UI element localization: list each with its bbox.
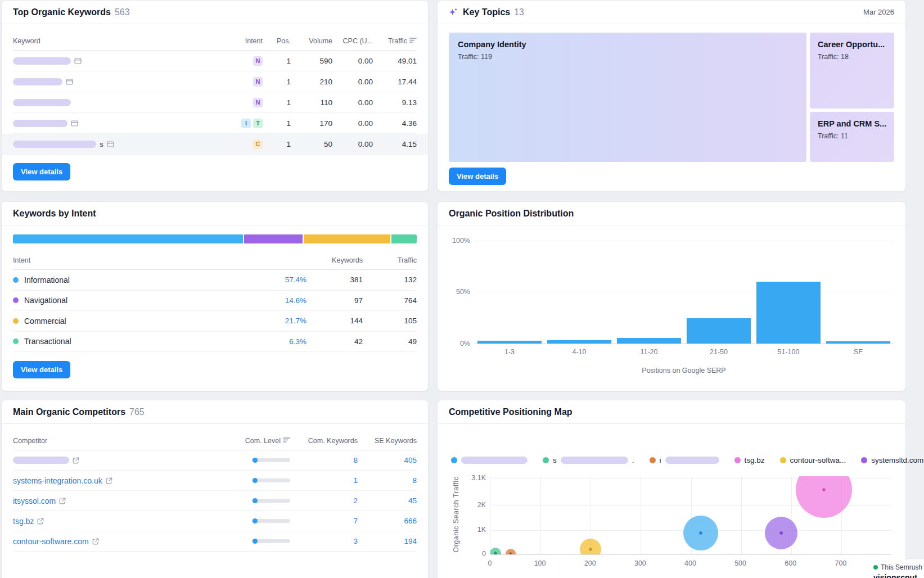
legend-item-redacted-0[interactable] — [451, 457, 528, 464]
intent-percent-link[interactable]: 14.6% — [256, 296, 307, 305]
se-keywords-link[interactable]: 194 — [358, 537, 417, 545]
intent-segment-commercial[interactable] — [304, 234, 392, 243]
topics-view-details-button[interactable]: View details — [449, 168, 506, 185]
column-header-intent[interactable]: Intent — [223, 37, 263, 45]
column-header-intent: Intent — [13, 256, 256, 264]
redacted-keyword-pill[interactable] — [13, 141, 96, 148]
redacted-legend-pill — [665, 457, 719, 464]
intent-segment-transactional[interactable] — [391, 234, 417, 243]
redacted-keyword-pill[interactable] — [13, 78, 62, 85]
com-keywords-link[interactable]: 3 — [290, 537, 358, 545]
bar-4-10[interactable] — [547, 340, 611, 344]
legend-item-contour-softwa...[interactable]: contour-softwa... — [780, 456, 846, 464]
keyword-cell — [13, 120, 223, 127]
intent-percent-link[interactable]: 57.4% — [256, 276, 307, 284]
legend-dot — [734, 457, 741, 463]
column-header-cpc[interactable]: CPC (U... — [332, 37, 373, 45]
legend-item-tsg.bz[interactable]: tsg.bz — [734, 456, 765, 464]
cpc-value: 0.00 — [332, 98, 373, 107]
bubble-tsg.bz[interactable] — [796, 476, 852, 518]
com-level-bar — [252, 478, 290, 482]
se-keywords-link[interactable]: 8 — [358, 476, 417, 485]
intent-label: Transactional — [24, 337, 71, 346]
panel-title: Main Organic Competitors — [13, 407, 125, 417]
redacted-keyword-pill[interactable] — [13, 120, 67, 127]
com-keywords-link[interactable]: 8 — [290, 456, 358, 464]
com-keywords-link[interactable]: 7 — [290, 517, 358, 525]
intent-badge-T: T — [253, 119, 263, 128]
external-link-icon[interactable] — [37, 518, 44, 525]
intent-segment-informational[interactable] — [13, 234, 244, 243]
column-header-keywords: Keywords — [307, 256, 363, 264]
bar-11-20[interactable] — [617, 338, 681, 344]
keywords-by-intent-panel: Keywords by Intent Intent Keywords Traff… — [1, 201, 429, 391]
competitor-cell: itsyssol.com — [13, 496, 211, 505]
column-header-pos[interactable]: Pos. — [263, 37, 291, 45]
competitor-link[interactable]: itsyssol.com — [13, 496, 56, 505]
competitor-table-row: itsyssol.com245 — [13, 491, 417, 511]
com-level-dot — [253, 478, 258, 483]
competitor-link[interactable]: systems-integration.co.uk — [13, 476, 102, 485]
se-keywords-link[interactable]: 45 — [358, 496, 417, 505]
topics-count: 13 — [514, 7, 524, 17]
sort-icon — [409, 37, 417, 45]
v-gridline-500 — [741, 476, 742, 554]
legend-prefix: i — [660, 456, 661, 464]
external-link-icon[interactable] — [106, 477, 112, 484]
column-header-competitor[interactable]: Competitor — [13, 437, 211, 445]
bar-SF[interactable] — [826, 341, 890, 344]
com-level-bar — [252, 519, 290, 523]
legend-item-systemsltd.com[interactable]: systemsltd.com — [861, 456, 923, 464]
bar-21-50[interactable] — [687, 318, 751, 344]
intent-label-cell: Transactional — [13, 337, 256, 346]
legend-dot — [780, 457, 786, 463]
legend-item-redacted-2[interactable]: i — [650, 456, 719, 464]
se-keywords-link[interactable]: 666 — [358, 517, 417, 525]
keywords-view-details-button[interactable]: View details — [13, 163, 70, 180]
redacted-keyword-pill[interactable] — [13, 99, 71, 106]
volume-value: 50 — [291, 140, 332, 148]
com-level-bar — [252, 499, 290, 503]
competitor-link[interactable]: contour-software.com — [13, 537, 89, 546]
cpc-value: 0.00 — [332, 119, 373, 128]
bars — [475, 241, 893, 344]
treemap-block-career-opportunities[interactable]: Career Opportu... Traffic: 18 — [810, 33, 894, 109]
intent-traffic-value: 132 — [363, 276, 417, 284]
legend-item-redacted-1[interactable]: s. — [543, 456, 634, 464]
intent-badges: N — [223, 56, 263, 66]
bar-slot-1-3 — [475, 241, 544, 344]
external-link-icon[interactable] — [92, 538, 99, 545]
com-keywords-link[interactable]: 2 — [290, 496, 358, 505]
column-header-com-keywords[interactable]: Com. Keywords — [290, 437, 358, 445]
column-header-traffic[interactable]: Traffic — [373, 37, 417, 45]
redacted-keyword-pill[interactable] — [13, 57, 71, 65]
intent-badges: N — [223, 77, 263, 87]
column-header-volume[interactable]: Volume — [291, 37, 332, 45]
com-keywords-link[interactable]: 1 — [290, 476, 358, 485]
legend-dot — [451, 457, 457, 463]
traffic-value: 49.01 — [373, 57, 417, 65]
external-link-icon[interactable] — [59, 498, 66, 504]
se-keywords-link[interactable]: 405 — [358, 456, 417, 464]
intent-segment-navigational[interactable] — [244, 234, 304, 243]
treemap-block-company-identity[interactable]: Company Identity Traffic: 119 — [449, 33, 806, 162]
treemap-block-erp-crm[interactable]: ERP and CRM S... Traffic: 11 — [810, 112, 894, 162]
bar-51-100[interactable] — [756, 282, 821, 344]
volume-value: 210 — [291, 78, 332, 86]
competitor-table-row: tsg.bz7666 — [13, 511, 417, 531]
intent-percent-link[interactable]: 21.7% — [256, 317, 307, 325]
bubble-contour-software.com[interactable] — [580, 539, 601, 555]
column-header-se-keywords[interactable]: SE Keywords — [358, 437, 417, 445]
intent-view-details-button[interactable]: View details — [13, 361, 70, 378]
bar-1-3[interactable] — [477, 341, 542, 344]
serp-features-icon — [107, 141, 114, 148]
intent-color-dot — [13, 318, 19, 324]
redacted-competitor-pill[interactable] — [13, 457, 69, 464]
competitor-link[interactable]: tsg.bz — [13, 517, 34, 526]
column-header-keyword[interactable]: Keyword — [13, 37, 223, 45]
intent-percent-link[interactable]: 6.3% — [256, 337, 307, 346]
position-distribution-header: Organic Position Distribution — [438, 202, 905, 225]
topic-name: ERP and CRM S... — [818, 119, 886, 128]
external-link-icon[interactable] — [73, 457, 79, 464]
column-header-com-level[interactable]: Com. Level — [211, 437, 290, 445]
